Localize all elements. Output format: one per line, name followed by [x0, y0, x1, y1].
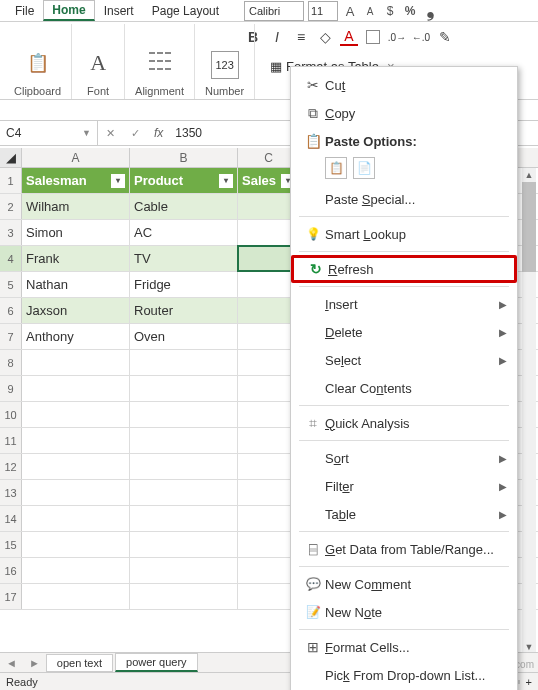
- cell[interactable]: [22, 376, 130, 401]
- cell[interactable]: [130, 428, 238, 453]
- cell[interactable]: [130, 350, 238, 375]
- cell[interactable]: [130, 506, 238, 531]
- format-cells-menu-item[interactable]: ⊞Format Cells...: [291, 633, 517, 661]
- cell[interactable]: [22, 558, 130, 583]
- col-header-a[interactable]: A: [22, 148, 130, 167]
- cell[interactable]: AC: [130, 220, 238, 245]
- row-header[interactable]: 4: [0, 246, 22, 271]
- row-header[interactable]: 9: [0, 376, 22, 401]
- copy-menu-item[interactable]: Copy: [291, 99, 517, 127]
- cell[interactable]: Product▾: [130, 168, 238, 193]
- cell[interactable]: Cable: [130, 194, 238, 219]
- sheet-tab-open-text[interactable]: open text: [46, 654, 113, 672]
- row-header[interactable]: 16: [0, 558, 22, 583]
- row-header[interactable]: 17: [0, 584, 22, 609]
- row-header[interactable]: 1: [0, 168, 22, 193]
- row-header[interactable]: 5: [0, 272, 22, 297]
- decrease-font-icon[interactable]: A: [362, 3, 378, 19]
- cell[interactable]: [130, 480, 238, 505]
- smart-lookup-menu-item[interactable]: Smart Lookup: [291, 220, 517, 248]
- comma-format-icon[interactable]: [422, 3, 438, 19]
- row-header[interactable]: 3: [0, 220, 22, 245]
- table-menu-item[interactable]: Table▶: [291, 500, 517, 528]
- cell[interactable]: [22, 454, 130, 479]
- cell[interactable]: [130, 376, 238, 401]
- cell[interactable]: [130, 454, 238, 479]
- quick-analysis-menu-item[interactable]: Quick Analysis: [291, 409, 517, 437]
- row-header[interactable]: 14: [0, 506, 22, 531]
- row-header[interactable]: 6: [0, 298, 22, 323]
- sheet-tab-power-query[interactable]: power query: [115, 653, 198, 672]
- cell[interactable]: [22, 532, 130, 557]
- insert-tab[interactable]: Insert: [95, 1, 143, 21]
- cell[interactable]: Fridge: [130, 272, 238, 297]
- row-header[interactable]: 2: [0, 194, 22, 219]
- cell[interactable]: Jaxson: [22, 298, 130, 323]
- accept-formula-icon[interactable]: ✓: [123, 127, 148, 140]
- cell[interactable]: [22, 584, 130, 609]
- row-header[interactable]: 10: [0, 402, 22, 427]
- clear-contents-menu-item[interactable]: Clear Contents: [291, 374, 517, 402]
- new-comment-menu-item[interactable]: New Comment: [291, 570, 517, 598]
- formula-input[interactable]: 1350: [169, 126, 208, 140]
- row-header[interactable]: 8: [0, 350, 22, 375]
- paste-option-values[interactable]: 📄: [353, 157, 375, 179]
- cell[interactable]: [130, 402, 238, 427]
- sheet-nav-next[interactable]: ►: [23, 657, 46, 669]
- cell[interactable]: [22, 480, 130, 505]
- cell[interactable]: Nathan: [22, 272, 130, 297]
- insert-menu-item[interactable]: Insert▶: [291, 290, 517, 318]
- sort-menu-item[interactable]: Sort▶: [291, 444, 517, 472]
- row-header[interactable]: 15: [0, 532, 22, 557]
- get-data-menu-item[interactable]: Get Data from Table/Range...: [291, 535, 517, 563]
- paste-option-default[interactable]: 📋: [325, 157, 347, 179]
- percent-format-icon[interactable]: [402, 3, 418, 19]
- vertical-scrollbar[interactable]: ▲ ▼: [522, 168, 536, 654]
- row-header[interactable]: 12: [0, 454, 22, 479]
- delete-menu-item[interactable]: Delete▶: [291, 318, 517, 346]
- cell[interactable]: Simon: [22, 220, 130, 245]
- alignment-icon[interactable]: [144, 47, 176, 79]
- cell[interactable]: [130, 584, 238, 609]
- cell[interactable]: Router: [130, 298, 238, 323]
- zoom-in-button[interactable]: +: [526, 676, 532, 688]
- cell[interactable]: Frank: [22, 246, 130, 271]
- increase-font-icon[interactable]: A: [342, 3, 358, 19]
- row-header[interactable]: 7: [0, 324, 22, 349]
- new-note-menu-item[interactable]: New Note: [291, 598, 517, 626]
- accounting-format-icon[interactable]: $: [382, 3, 398, 19]
- home-tab[interactable]: Home: [43, 0, 94, 21]
- font-group-icon[interactable]: A: [82, 47, 114, 79]
- number-format-icon[interactable]: 123: [211, 51, 239, 79]
- page-layout-tab[interactable]: Page Layout: [143, 1, 228, 21]
- cell[interactable]: [22, 428, 130, 453]
- row-header[interactable]: 13: [0, 480, 22, 505]
- sheet-nav-prev[interactable]: ◄: [0, 657, 23, 669]
- scroll-thumb[interactable]: [522, 182, 536, 272]
- select-menu-item[interactable]: Select▶: [291, 346, 517, 374]
- cell[interactable]: [22, 402, 130, 427]
- filter-menu-item[interactable]: Filter▶: [291, 472, 517, 500]
- name-box[interactable]: C4 ▼: [0, 121, 98, 145]
- paste-special-menu-item[interactable]: Paste Special...: [291, 185, 517, 213]
- cell[interactable]: Wilham: [22, 194, 130, 219]
- select-all-triangle[interactable]: ◢: [0, 148, 22, 167]
- cell[interactable]: Salesman▾: [22, 168, 130, 193]
- cell[interactable]: Anthony: [22, 324, 130, 349]
- cancel-formula-icon[interactable]: ✕: [98, 127, 123, 140]
- cell[interactable]: [130, 532, 238, 557]
- cell[interactable]: TV: [130, 246, 238, 271]
- font-size-combo[interactable]: 11: [308, 1, 338, 21]
- cell[interactable]: [22, 350, 130, 375]
- col-header-b[interactable]: B: [130, 148, 238, 167]
- refresh-menu-item[interactable]: Refresh: [291, 255, 517, 283]
- cell[interactable]: [130, 558, 238, 583]
- cell[interactable]: [22, 506, 130, 531]
- cell[interactable]: Oven: [130, 324, 238, 349]
- scroll-up-arrow-icon[interactable]: ▲: [522, 168, 536, 182]
- fx-icon[interactable]: fx: [148, 126, 169, 140]
- cut-menu-item[interactable]: Cut: [291, 71, 517, 99]
- font-name-combo[interactable]: Calibri: [244, 1, 304, 21]
- chevron-down-icon[interactable]: ▼: [82, 128, 91, 138]
- pick-list-menu-item[interactable]: Pick From Drop-down List...: [291, 661, 517, 689]
